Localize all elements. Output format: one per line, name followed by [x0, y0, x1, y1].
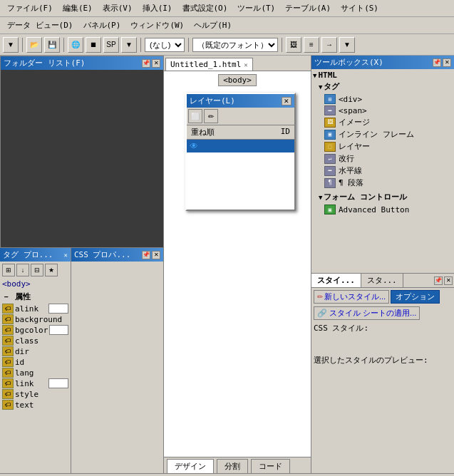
- main-toolbar: ▼ 📂 💾 🌐 ⏹ SP ▼ (なし) （既定のフォント） 🖼 ≡ → ▼: [0, 34, 454, 56]
- tag-tb-star[interactable]: ★: [45, 264, 58, 276]
- image-icon: 🖼: [324, 118, 336, 128]
- toolbar-btn-preview[interactable]: 🌐: [68, 37, 83, 53]
- menu-view[interactable]: 表示(V): [98, 1, 137, 15]
- menu-site[interactable]: サイト(S): [336, 1, 383, 15]
- toolbar-sep5: [282, 38, 282, 52]
- toolbox-item-hr[interactable]: ━ 水平線: [313, 165, 453, 177]
- menu-panel[interactable]: パネル(P): [79, 19, 125, 32]
- doc-tab-bar: Untitled_1.html ✕: [164, 56, 311, 71]
- attr-icon-style: 🏷: [2, 389, 14, 399]
- style-tab-star[interactable]: スタ...: [361, 274, 403, 287]
- toolbar-btn-new[interactable]: ▼: [3, 37, 19, 53]
- toolbox-item-advbtn[interactable]: ▣ Advanced Button: [313, 204, 453, 215]
- toolbar-btn-list[interactable]: ≡: [304, 37, 319, 53]
- layer-body: [187, 152, 294, 209]
- toolbar-btn-save[interactable]: 💾: [44, 37, 60, 53]
- css-panel-close[interactable]: ✕: [152, 251, 160, 259]
- toolbox-br-label: 改行: [339, 153, 354, 164]
- attr-row-text: 🏷 text: [2, 400, 68, 410]
- bottom-left: タグ プロ... ✕ ⊞ ↓ ⊟ ★ <body> － 属性: [0, 248, 164, 473]
- toolbox-item-div[interactable]: ⊞ <div>: [313, 93, 453, 105]
- new-style-btn[interactable]: ✏ 新しいスタイル...: [314, 290, 389, 304]
- attr-icon-bgcolor: 🏷: [2, 325, 14, 335]
- tag-tb-edit[interactable]: ⊟: [31, 264, 43, 276]
- view-tab-code[interactable]: コード: [251, 459, 290, 473]
- toolbar-btn-sp[interactable]: SP: [103, 37, 119, 53]
- toolbar-btn-img[interactable]: 🖼: [286, 37, 301, 53]
- tag-panel-title: タグ プロ...: [3, 249, 53, 260]
- toolbox-item-iframe[interactable]: ▣ インライン フレーム: [313, 128, 453, 140]
- tag-tb-grid[interactable]: ⊞: [2, 264, 15, 276]
- toolbar-btn-stop[interactable]: ⏹: [86, 37, 101, 53]
- style-panel-header: スタイ... スタ... 📌 ✕: [311, 274, 454, 288]
- toolbox-panel: ツールボックス(X) 📌 ✕ ▼ HTML ▼ タグ: [311, 56, 454, 274]
- toolbox-pin[interactable]: 📌: [433, 58, 441, 67]
- tag-panel-content: ⊞ ↓ ⊟ ★ <body> － 属性 🏷 alink: [0, 262, 71, 473]
- style-apply-btn[interactable]: 🔗 スタイル シートの適用...: [314, 306, 420, 320]
- tag-toolbar: ⊞ ↓ ⊟ ★: [2, 264, 68, 276]
- menu-tools[interactable]: ツール(T): [233, 1, 279, 15]
- doc-body-tag: <body>: [218, 74, 257, 86]
- attr-value-link[interactable]: [48, 378, 68, 388]
- toolbox-item-image[interactable]: 🖼 イメージ: [313, 116, 453, 128]
- attr-value-alink[interactable]: [48, 304, 68, 314]
- toolbox-item-layer[interactable]: ⬚ レイヤー: [313, 140, 453, 152]
- folder-panel-pin[interactable]: 📌: [142, 59, 150, 68]
- style-select[interactable]: (なし): [145, 38, 185, 52]
- attr-icon-text: 🏷: [2, 400, 14, 410]
- layer-btn-edit[interactable]: ✏: [204, 109, 218, 123]
- toolbox-header-btns: 📌 ✕: [433, 58, 451, 67]
- menu-dataview[interactable]: データ ビュー(D): [3, 19, 78, 32]
- folder-panel-title: フォルダー リスト(F): [4, 58, 86, 68]
- style-tab-style[interactable]: スタイ...: [311, 274, 361, 287]
- menu-window[interactable]: ウィンドウ(W): [126, 19, 188, 32]
- tag-panel-close[interactable]: ✕: [64, 252, 68, 259]
- doc-tab-untitled[interactable]: Untitled_1.html ✕: [165, 58, 253, 71]
- attr-name-background: background: [15, 315, 68, 324]
- toolbox-form-label: フォーム コントロール: [324, 192, 407, 202]
- toolbox-tag-header: ▼ タグ: [313, 81, 453, 92]
- tag-tb-down[interactable]: ↓: [16, 264, 29, 276]
- font-select[interactable]: （既定のフォント）: [192, 38, 278, 52]
- toolbar-btn-extra[interactable]: ▼: [121, 37, 137, 53]
- toolbox-header: ツールボックス(X) 📌 ✕: [311, 56, 454, 69]
- css-panel-pin[interactable]: 📌: [142, 251, 150, 259]
- menu-edit[interactable]: 編集(E): [58, 1, 97, 15]
- attr-value-bgcolor[interactable]: [49, 325, 68, 335]
- toolbox-form-header: ▼ フォーム コントロール: [313, 192, 453, 202]
- toolbox-advbtn-label: Advanced Button: [339, 205, 409, 214]
- apply-style-label: 🔗 スタイル シートの適用...: [317, 308, 416, 319]
- menu-help[interactable]: ヘルプ(H): [190, 19, 236, 32]
- layer-dialog-close-btn[interactable]: ✕: [282, 97, 292, 105]
- folder-panel-close[interactable]: ✕: [152, 59, 160, 68]
- menu-table[interactable]: テーブル(A): [281, 1, 335, 15]
- layer-selected-row[interactable]: 👁: [187, 140, 294, 152]
- style-content: ✏ 新しいスタイル... オプション 🔗 スタイル シートの適用... CSS …: [311, 288, 454, 473]
- view-tab-split[interactable]: 分割: [217, 459, 248, 473]
- style-option-btn[interactable]: オプション: [391, 290, 440, 304]
- menu-file[interactable]: ファイル(F): [3, 1, 57, 15]
- doc-content: <body> レイヤー(L) ✕ ⬜ ✏ 重ね順 ID 👁: [164, 71, 311, 457]
- div-icon: ⊞: [324, 94, 336, 104]
- menu-format[interactable]: 書式設定(O): [178, 1, 232, 15]
- attr-section-header: － 属性: [2, 291, 68, 302]
- toolbox-close[interactable]: ✕: [443, 58, 451, 67]
- doc-tab-close[interactable]: ✕: [244, 61, 247, 68]
- toolbox-item-span[interactable]: ━ <span>: [313, 105, 453, 116]
- layer-btn-add[interactable]: ⬜: [188, 109, 202, 123]
- toolbar-btn-more[interactable]: ▼: [339, 37, 355, 53]
- style-btn-row2: 🔗 スタイル シートの適用...: [314, 306, 452, 320]
- style-panel-pin[interactable]: 📌: [434, 276, 443, 285]
- toolbox-div-label: <div>: [339, 95, 362, 104]
- attr-row-dir: 🏷 dir: [2, 346, 68, 356]
- toolbox-item-br[interactable]: ↵ 改行: [313, 152, 453, 165]
- toolbox-item-p[interactable]: ¶ ¶ 段落: [313, 177, 453, 189]
- toolbar-btn-arrow[interactable]: →: [321, 37, 337, 53]
- view-tabs: デザイン 分割 コード: [164, 457, 311, 473]
- menu-insert[interactable]: 挿入(I): [138, 1, 177, 15]
- view-tab-design[interactable]: デザイン: [167, 459, 214, 473]
- css-panel-header: CSS プロパ... 📌 ✕: [71, 248, 163, 262]
- toolbar-btn-open[interactable]: 📂: [26, 37, 42, 53]
- style-panel-close[interactable]: ✕: [444, 276, 453, 285]
- layer-toolbar: ⬜ ✏: [187, 108, 294, 125]
